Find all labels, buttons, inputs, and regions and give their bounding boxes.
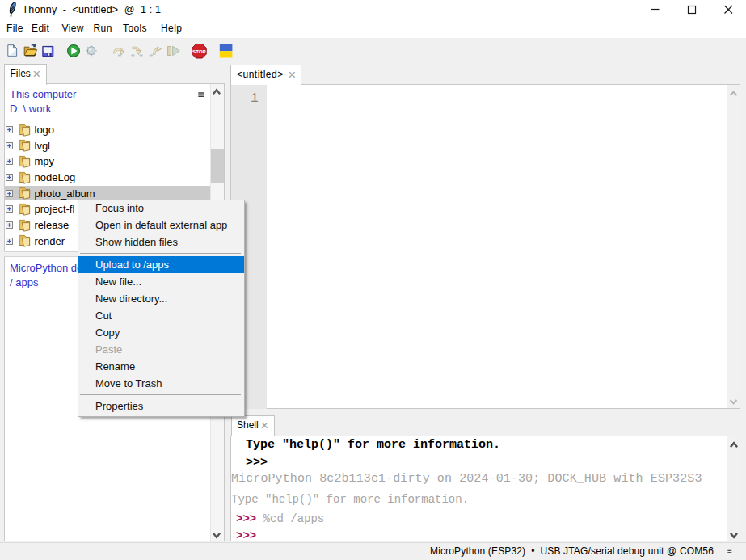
svg-text:STOP: STOP bbox=[192, 48, 206, 53]
